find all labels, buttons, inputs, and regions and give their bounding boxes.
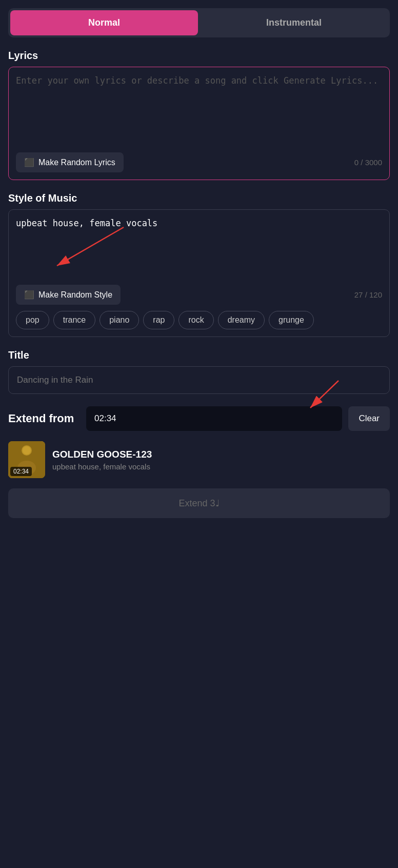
instrumental-mode-button[interactable]: Instrumental [200, 10, 388, 35]
lyrics-label: Lyrics [8, 50, 390, 62]
clear-button[interactable]: Clear [348, 406, 390, 431]
genre-tag-grunge[interactable]: grunge [269, 311, 314, 329]
dice-style-icon: ⬛ [24, 290, 34, 300]
genre-tag-trance[interactable]: trance [53, 311, 95, 329]
song-title: GOLDEN GOOSE-123 [52, 449, 390, 460]
genre-tag-dreamy[interactable]: dreamy [218, 311, 265, 329]
dice-icon: ⬛ [24, 157, 34, 167]
lyrics-textarea[interactable] [16, 74, 382, 146]
normal-mode-button[interactable]: Normal [10, 10, 198, 35]
extend-row: Extend from Clear [8, 406, 390, 431]
genre-tags: pop trance piano rap rock dreamy grunge [16, 311, 382, 329]
extend-time-input[interactable] [86, 406, 342, 431]
style-textarea[interactable]: upbeat house, female vocals [16, 217, 382, 279]
extend-action-button[interactable]: Extend 3♩ [8, 488, 390, 518]
extend-action-label: Extend 3♩ [178, 498, 219, 509]
random-style-label: Make Random Style [38, 290, 112, 300]
mode-toggle: Normal Instrumental [8, 8, 390, 37]
title-section: Title [8, 349, 390, 394]
genre-tag-piano[interactable]: piano [99, 311, 139, 329]
song-thumbnail: 02:34 [8, 441, 45, 478]
title-label: Title [8, 349, 390, 361]
svg-point-7 [23, 446, 31, 455]
song-style: upbeat house, female vocals [52, 462, 390, 471]
lyrics-char-count: 0 / 3000 [354, 158, 382, 167]
lyrics-footer: ⬛ Make Random Lyrics 0 / 3000 [16, 152, 382, 172]
style-char-count: 27 / 120 [354, 290, 382, 299]
thumbnail-image: 02:34 [8, 441, 45, 478]
style-footer: ⬛ Make Random Style 27 / 120 [16, 285, 382, 305]
make-random-style-button[interactable]: ⬛ Make Random Style [16, 285, 121, 305]
lyrics-box: ⬛ Make Random Lyrics 0 / 3000 [8, 67, 390, 180]
random-lyrics-label: Make Random Lyrics [38, 158, 115, 167]
make-random-lyrics-button[interactable]: ⬛ Make Random Lyrics [16, 152, 124, 172]
lyrics-section: Lyrics ⬛ Make Random Lyrics 0 / 3000 [8, 50, 390, 180]
title-input-box [8, 366, 390, 394]
genre-tag-rock[interactable]: rock [178, 311, 213, 329]
song-info: GOLDEN GOOSE-123 upbeat house, female vo… [52, 449, 390, 471]
extend-section: Extend from Clear [8, 406, 390, 431]
style-box: upbeat house, female vocals ⬛ Make Rando… [8, 209, 390, 337]
genre-tag-pop[interactable]: pop [16, 311, 49, 329]
extend-from-label: Extend from [8, 412, 80, 425]
genre-tag-rap[interactable]: rap [143, 311, 174, 329]
title-input[interactable] [17, 375, 381, 385]
style-label: Style of Music [8, 192, 390, 204]
style-section: Style of Music upbeat house, female voca… [8, 192, 390, 337]
thumbnail-timestamp: 02:34 [10, 467, 32, 476]
song-card[interactable]: 02:34 GOLDEN GOOSE-123 upbeat house, fem… [8, 441, 390, 478]
